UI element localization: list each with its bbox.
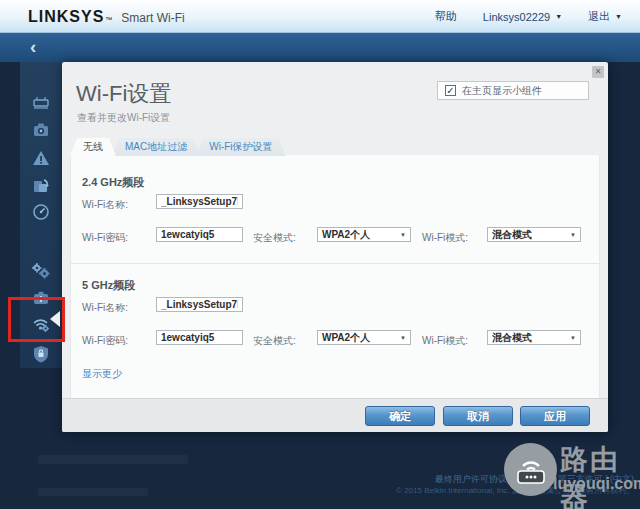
close-icon[interactable]: ✕ (592, 66, 604, 78)
show-widget-checkbox[interactable]: ✓ (445, 85, 456, 96)
account-dropdown[interactable]: Linksys02229 ▼ (483, 11, 562, 23)
security-mode-select-5ghz[interactable]: WPA2个人 ▼ (317, 330, 411, 345)
show-widget-label: 在主页显示小组件 (462, 84, 542, 98)
sidebar-item-parental-controls[interactable] (20, 148, 62, 168)
top-header: LINKSYS™ Smart Wi-Fi 帮助 Linksys02229 ▼ 退… (0, 0, 640, 33)
wifi-name-label: Wi-Fi名称: (82, 198, 128, 212)
security-mode-select-24ghz[interactable]: WPA2个人 ▼ (317, 227, 411, 242)
wifi-settings-panel: ✕ Wi-Fi设置 查看并更改Wi-Fi设置 ✓ 在主页显示小组件 无线 MAC… (62, 62, 608, 432)
tab-bar: 无线 MAC地址过滤 Wi-Fi保护设置 (70, 138, 282, 156)
sidebar-item-troubleshooting[interactable] (20, 288, 62, 308)
chevron-down-icon: ▼ (555, 13, 562, 20)
wireless-tab-content: 2.4 GHz频段 Wi-Fi名称: Wi-Fi密码: 安全模式: WPA2个人… (70, 155, 600, 399)
tab-mac-filtering[interactable]: MAC地址过滤 (112, 138, 200, 156)
dialog-button-bar: 确定 取消 应用 (62, 398, 608, 432)
dimmed-background-text (38, 455, 188, 464)
sidebar-item-media-prioritization[interactable] (20, 176, 62, 196)
header-menu: 帮助 Linksys02229 ▼ 退出 ▼ (435, 0, 622, 33)
logout-label: 退出 (588, 9, 610, 24)
page-title: Wi-Fi设置 (76, 79, 171, 109)
media-prioritization-icon (32, 178, 50, 195)
band-heading-24ghz: 2.4 GHz频段 (82, 175, 144, 190)
wifi-mode-select-24ghz[interactable]: 混合模式 ▼ (487, 227, 581, 242)
section-divider (71, 263, 599, 264)
ok-button[interactable]: 确定 (365, 406, 435, 426)
sidebar-item-connectivity[interactable] (20, 261, 62, 281)
logout-dropdown[interactable]: 退出 ▼ (588, 9, 622, 24)
help-link[interactable]: 帮助 (435, 9, 457, 24)
wifi-password-label: Wi-Fi密码: (82, 231, 128, 245)
speed-test-icon (32, 203, 50, 221)
warning-triangle-icon (32, 150, 50, 167)
account-name: Linksys02229 (483, 11, 550, 23)
router-glyph-icon (514, 454, 548, 486)
dimmed-background-text (38, 488, 148, 496)
brand-name: LINKSYS (28, 8, 104, 26)
apply-button[interactable]: 应用 (520, 406, 590, 426)
device-list-icon (32, 94, 50, 110)
nav-bar: ‹ (0, 33, 640, 62)
security-mode-label: 安全模式: (253, 334, 296, 348)
wifi-password-input-24ghz[interactable] (156, 227, 243, 242)
wifi-mode-label: Wi-Fi模式: (422, 334, 468, 348)
wifi-name-input-24ghz[interactable] (156, 194, 243, 209)
sidebar-item-guest-access[interactable] (20, 120, 62, 140)
wifi-name-label: Wi-Fi名称: (82, 301, 128, 315)
show-widget-option: ✓ 在主页显示小组件 (437, 81, 589, 100)
security-mode-label: 安全模式: (253, 231, 296, 245)
brand-logo: LINKSYS™ Smart Wi-Fi (28, 8, 185, 26)
sidebar-item-speed-test[interactable] (20, 202, 62, 222)
collapse-sidebar-button[interactable]: ‹ (30, 36, 36, 58)
wifi-mode-label: Wi-Fi模式: (422, 231, 468, 245)
chevron-down-icon: ▼ (570, 232, 576, 238)
linksys-smart-wifi-app: LINKSYS™ Smart Wi-Fi 帮助 Linksys02229 ▼ 退… (0, 0, 640, 509)
chevron-down-icon: ▼ (615, 13, 622, 20)
wifi-name-input-5ghz[interactable] (156, 297, 243, 312)
tab-wireless[interactable]: 无线 (70, 138, 116, 156)
wifi-password-input-5ghz[interactable] (156, 330, 243, 345)
watermark-router-icon (504, 443, 557, 496)
chevron-down-icon: ▼ (400, 335, 406, 341)
cancel-button[interactable]: 取消 (443, 406, 513, 426)
wifi-mode-select-5ghz[interactable]: 混合模式 ▼ (487, 330, 581, 345)
tab-wifi-protected-setup[interactable]: Wi-Fi保护设置 (196, 138, 285, 156)
gears-icon (31, 262, 51, 280)
camera-plus-icon (32, 290, 50, 306)
shield-lock-icon (33, 345, 49, 363)
product-name: Smart Wi-Fi (121, 11, 184, 25)
guest-access-icon (32, 122, 50, 138)
show-less-link[interactable]: 显示更少 (82, 367, 122, 381)
chevron-down-icon: ▼ (570, 335, 576, 341)
wifi-password-label: Wi-Fi密码: (82, 334, 128, 348)
active-item-arrow (50, 311, 60, 327)
sidebar-item-device-list[interactable] (20, 92, 62, 112)
sidebar-item-security[interactable] (20, 344, 62, 364)
chevron-down-icon: ▼ (400, 232, 406, 238)
page-subtitle: 查看并更改Wi-Fi设置 (77, 111, 170, 125)
wifi-gear-icon (31, 315, 51, 333)
band-heading-5ghz: 5 GHz频段 (82, 278, 135, 293)
watermark-url: luyouqi.com (553, 475, 640, 493)
trademark-symbol: ™ (105, 16, 112, 23)
